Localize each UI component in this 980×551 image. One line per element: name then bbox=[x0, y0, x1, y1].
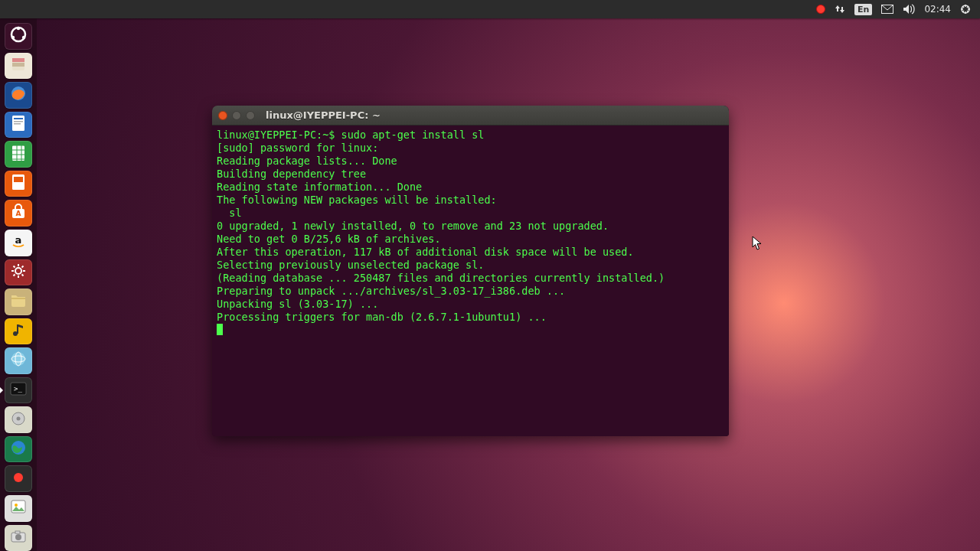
sheet-icon bbox=[11, 145, 26, 165]
launcher-item-cheese[interactable] bbox=[5, 525, 32, 551]
unity-launcher: Aa>_ bbox=[0, 18, 37, 551]
svg-text:a: a bbox=[15, 234, 22, 246]
earth-icon bbox=[10, 439, 27, 459]
svg-point-5 bbox=[22, 36, 25, 39]
launcher-item-screenshot[interactable] bbox=[5, 495, 32, 522]
window-minimize-button[interactable] bbox=[232, 111, 241, 120]
amazon-icon: a bbox=[10, 233, 27, 253]
globe-icon bbox=[10, 350, 27, 370]
window-titlebar[interactable]: linux@IYEPPEI-PC: ~ bbox=[212, 106, 729, 126]
launcher-item-rhythmbox[interactable] bbox=[5, 318, 32, 345]
svg-point-4 bbox=[11, 36, 15, 39]
svg-point-3 bbox=[17, 27, 20, 30]
music-icon bbox=[11, 322, 26, 341]
svg-point-30 bbox=[17, 416, 21, 420]
svg-point-34 bbox=[15, 504, 18, 507]
svg-rect-14 bbox=[12, 145, 24, 161]
keyboard-language-indicator[interactable]: En bbox=[850, 0, 877, 18]
drawer-icon bbox=[10, 56, 27, 76]
launcher-item-disk[interactable] bbox=[5, 406, 32, 433]
launcher-item-kazam[interactable] bbox=[5, 465, 32, 492]
svg-point-24 bbox=[11, 352, 25, 366]
svg-rect-21 bbox=[11, 298, 25, 299]
launcher-item-earth[interactable] bbox=[5, 436, 32, 463]
record-icon bbox=[816, 5, 825, 14]
svg-rect-7 bbox=[12, 58, 24, 62]
launcher-item-amazon[interactable]: a bbox=[5, 230, 32, 256]
svg-rect-12 bbox=[14, 121, 23, 122]
sound-indicator[interactable] bbox=[898, 0, 920, 18]
slides-icon bbox=[11, 174, 26, 194]
power-gear-icon bbox=[960, 4, 971, 15]
gear-icon bbox=[10, 262, 27, 282]
folder-icon bbox=[10, 292, 27, 311]
camera-icon bbox=[11, 530, 26, 546]
launcher-item-terminal[interactable]: >_ bbox=[5, 377, 32, 404]
launcher-item-browser[interactable] bbox=[5, 347, 32, 374]
mouse-cursor-icon bbox=[752, 236, 763, 251]
network-indicator[interactable] bbox=[830, 0, 850, 18]
svg-point-32 bbox=[14, 473, 23, 482]
top-panel: En 02:44 bbox=[0, 0, 980, 18]
terminal-viewport[interactable]: linux@IYEPPEI-PC:~$ sudo apt-get install… bbox=[212, 126, 729, 436]
firefox-icon bbox=[10, 85, 27, 105]
window-maximize-button[interactable] bbox=[246, 111, 255, 120]
mail-indicator[interactable] bbox=[877, 0, 898, 18]
svg-rect-13 bbox=[14, 123, 21, 125]
terminal-output-text: linux@IYEPPEI-PC:~$ sudo apt-get install… bbox=[217, 129, 724, 337]
session-indicator[interactable] bbox=[956, 0, 975, 18]
screen-recorder-indicator[interactable] bbox=[812, 0, 830, 18]
svg-point-20 bbox=[15, 268, 21, 274]
svg-text:>_: >_ bbox=[14, 385, 22, 393]
volume-icon bbox=[903, 4, 915, 15]
svg-rect-36 bbox=[15, 531, 20, 533]
network-updown-icon bbox=[835, 4, 845, 15]
clock-time: 02:44 bbox=[924, 4, 951, 15]
doc-icon bbox=[11, 115, 26, 135]
terminal-window[interactable]: linux@IYEPPEI-PC: ~ linux@IYEPPEI-PC:~$ … bbox=[212, 106, 729, 436]
svg-rect-16 bbox=[14, 177, 23, 182]
launcher-item-writer[interactable] bbox=[5, 112, 32, 139]
terminal-cursor bbox=[217, 324, 223, 335]
launcher-item-firefox[interactable] bbox=[5, 82, 32, 109]
launcher-item-folder[interactable] bbox=[5, 289, 32, 315]
svg-text:A: A bbox=[16, 210, 21, 217]
mail-icon bbox=[881, 5, 893, 14]
language-label: En bbox=[854, 4, 872, 15]
desktop-wallpaper: En 02:44 Aa>_ linux@IYEPPEI-PC: ~ linux@… bbox=[0, 0, 980, 551]
launcher-item-dash[interactable] bbox=[5, 23, 32, 50]
launcher-item-calc[interactable] bbox=[5, 141, 32, 168]
window-close-button[interactable] bbox=[218, 111, 227, 120]
launcher-item-impress[interactable] bbox=[5, 171, 32, 197]
disk-icon bbox=[11, 411, 26, 429]
svg-rect-23 bbox=[17, 324, 18, 334]
svg-point-37 bbox=[15, 534, 21, 540]
picture-icon bbox=[11, 500, 26, 517]
launcher-item-settings[interactable] bbox=[5, 259, 32, 286]
ubuntu-icon bbox=[10, 26, 27, 46]
bag-icon: A bbox=[10, 204, 27, 223]
launcher-item-software[interactable]: A bbox=[5, 200, 32, 227]
svg-rect-8 bbox=[12, 63, 24, 67]
rec-icon bbox=[11, 471, 25, 487]
svg-rect-11 bbox=[14, 118, 23, 119]
launcher-item-files[interactable] bbox=[5, 53, 32, 80]
clock[interactable]: 02:44 bbox=[920, 0, 956, 18]
terminal-icon: >_ bbox=[10, 382, 27, 399]
window-title: linux@IYEPPEI-PC: ~ bbox=[266, 109, 381, 121]
